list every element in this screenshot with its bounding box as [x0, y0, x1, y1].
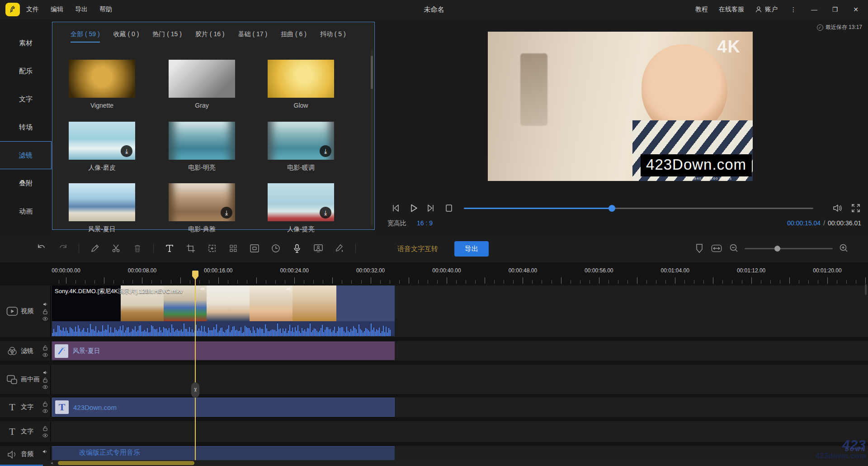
- lock-icon[interactable]: [43, 377, 47, 383]
- track-header-audio[interactable]: 音频: [0, 446, 51, 460]
- sidebar-item-1[interactable]: 配乐: [0, 57, 52, 85]
- filter-item-5[interactable]: ⤓电影-暖调: [268, 122, 334, 172]
- track-header-pip[interactable]: 画中画: [0, 365, 51, 394]
- filter-item-2[interactable]: Glow: [268, 60, 334, 109]
- filter-thumbnail[interactable]: ⤓: [169, 183, 235, 221]
- timeline-vertical-scrollbar[interactable]: [865, 284, 867, 295]
- visibility-icon[interactable]: [42, 409, 48, 413]
- sidebar-item-6[interactable]: 动画: [0, 197, 52, 225]
- track-header-video[interactable]: 视频: [0, 285, 51, 337]
- track-header-text-2[interactable]: T 文字: [0, 421, 51, 442]
- filter-thumbnail[interactable]: [69, 60, 135, 98]
- video-clip[interactable]: 4K4K Sony.4K.DEMO.[索尼4K演示片].12Bit.HEVC.m…: [52, 285, 395, 336]
- filter-clip[interactable]: 风景-夏日: [52, 342, 395, 360]
- seek-bar[interactable]: [464, 208, 813, 209]
- lock-icon[interactable]: [43, 309, 47, 314]
- aspect-ratio-value[interactable]: 16 : 9: [417, 219, 433, 227]
- play-button[interactable]: [408, 202, 420, 214]
- scissors-icon[interactable]: [111, 243, 122, 254]
- pip-icon[interactable]: [249, 243, 260, 254]
- filter-panel-scrollbar[interactable]: [371, 49, 373, 226]
- record-icon[interactable]: [292, 243, 302, 254]
- edit-icon[interactable]: [90, 243, 100, 254]
- filter-item-6[interactable]: 风景-夏日: [69, 183, 135, 233]
- timeline-zoom-slider[interactable]: [745, 248, 833, 249]
- download-icon[interactable]: ⤓: [320, 207, 331, 219]
- filter-tab-6[interactable]: 抖动 ( 5 ): [320, 30, 346, 43]
- seek-handle[interactable]: [609, 205, 615, 212]
- filter-tab-4[interactable]: 基础 ( 17 ): [238, 30, 268, 43]
- zoom-slider-handle[interactable]: [774, 246, 780, 252]
- filter-thumbnail[interactable]: [69, 183, 135, 221]
- fullscreen-icon[interactable]: [850, 202, 862, 214]
- filter-item-0[interactable]: Vignette: [69, 60, 135, 109]
- menu-help[interactable]: 帮助: [99, 5, 112, 14]
- freeze-frame-icon[interactable]: [207, 243, 217, 254]
- tutorial-link[interactable]: 教程: [695, 5, 708, 14]
- filter-tab-3[interactable]: 胶片 ( 16 ): [195, 30, 225, 43]
- lock-icon[interactable]: [43, 426, 47, 431]
- menu-edit[interactable]: 编辑: [51, 5, 63, 14]
- playhead-line[interactable]: [195, 278, 196, 461]
- filter-tab-2[interactable]: 热门 ( 15 ): [152, 30, 182, 43]
- minimize-button[interactable]: —: [809, 6, 819, 13]
- mute-icon[interactable]: [43, 302, 48, 307]
- mute-icon[interactable]: [43, 370, 48, 375]
- filter-thumbnail[interactable]: [268, 60, 334, 98]
- filter-thumbnail[interactable]: ⤓: [268, 122, 334, 160]
- track-header-filter[interactable]: 滤镜: [0, 341, 51, 361]
- style-icon[interactable]: [334, 243, 345, 254]
- sidebar-item-3[interactable]: 转场: [0, 113, 52, 141]
- previous-frame-button[interactable]: [390, 202, 401, 214]
- sidebar-item-5[interactable]: 叠附: [0, 169, 52, 197]
- volume-icon[interactable]: [831, 202, 843, 214]
- app-logo-icon[interactable]: [5, 3, 20, 16]
- mute-icon[interactable]: [42, 449, 47, 454]
- trash-icon[interactable]: [132, 243, 143, 254]
- text-icon[interactable]: [164, 243, 175, 254]
- filter-item-8[interactable]: ⤓人像-提亮: [268, 183, 334, 233]
- download-icon[interactable]: ⤓: [121, 145, 132, 157]
- audio-clip[interactable]: 改编版正式专用音乐: [52, 446, 395, 461]
- chroma-key-icon[interactable]: [313, 243, 324, 254]
- menu-export[interactable]: 导出: [75, 5, 88, 14]
- lock-icon[interactable]: [43, 345, 47, 351]
- visibility-icon[interactable]: [42, 353, 48, 357]
- text-clip[interactable]: T 423Down.com: [52, 398, 395, 417]
- filter-tab-0[interactable]: 全部 ( 59 ): [71, 30, 100, 43]
- playhead-split-handle[interactable]: ✂: [191, 382, 199, 398]
- filter-item-3[interactable]: ⤓人像-磨皮: [69, 122, 135, 172]
- mosaic-icon[interactable]: [228, 243, 239, 254]
- scrollbar-thumb[interactable]: [58, 461, 194, 465]
- visibility-icon[interactable]: [42, 317, 48, 321]
- zoom-out-icon[interactable]: [728, 243, 739, 254]
- undo-icon[interactable]: [36, 243, 47, 254]
- timeline-horizontal-scrollbar[interactable]: ◂: [0, 460, 868, 466]
- filter-thumbnail[interactable]: [169, 122, 235, 160]
- lock-icon[interactable]: [43, 401, 47, 407]
- crop-icon[interactable]: [185, 243, 196, 254]
- marker-icon[interactable]: [694, 243, 705, 254]
- filter-item-4[interactable]: 电影-明亮: [169, 122, 235, 172]
- scroll-left-arrow[interactable]: ◂: [51, 461, 53, 465]
- sidebar-item-0[interactable]: 素材: [0, 29, 52, 57]
- timeline-ruler[interactable]: 00:00:00.0000:00:08.0000:00:16.0000:00:2…: [52, 265, 868, 284]
- zoom-in-icon[interactable]: [838, 243, 849, 254]
- speech-to-text-button[interactable]: 语音文字互转: [397, 245, 438, 253]
- filter-tab-1[interactable]: 收藏 ( 0 ): [113, 30, 139, 43]
- download-icon[interactable]: ⤓: [221, 207, 232, 219]
- filter-item-7[interactable]: ⤓电影-典雅: [169, 183, 235, 233]
- filter-thumbnail[interactable]: [169, 60, 235, 98]
- fit-timeline-icon[interactable]: [711, 243, 722, 254]
- online-support-link[interactable]: 在线客服: [719, 5, 744, 14]
- maximize-button[interactable]: ❐: [830, 6, 840, 13]
- sidebar-item-4[interactable]: 滤镜: [0, 141, 52, 169]
- visibility-icon[interactable]: [42, 433, 48, 437]
- redo-icon[interactable]: [57, 243, 68, 254]
- menu-file[interactable]: 文件: [26, 5, 39, 14]
- track-header-text-1[interactable]: T 文字: [0, 397, 51, 417]
- duration-icon[interactable]: [270, 243, 281, 254]
- filter-thumbnail[interactable]: ⤓: [69, 122, 135, 160]
- visibility-icon[interactable]: [42, 385, 48, 389]
- next-frame-button[interactable]: [425, 202, 437, 214]
